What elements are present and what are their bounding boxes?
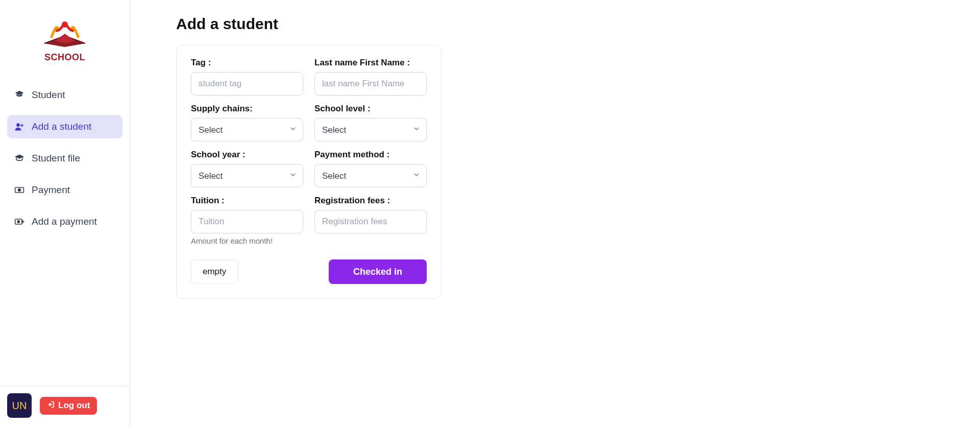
logo-text: SCHOOL (44, 52, 85, 63)
sidebar-item-label: Add a payment (32, 216, 97, 227)
money-plus-icon (14, 217, 24, 227)
supply-label: Supply chains: (191, 104, 303, 114)
tuition-help-text: Amount for each month! (191, 236, 303, 245)
tag-input[interactable] (191, 72, 303, 96)
add-student-form-card: Tag : Last name First Name : Supply chai… (176, 45, 442, 299)
svg-point-7 (17, 221, 19, 223)
logout-button[interactable]: Log out (40, 397, 97, 415)
level-select[interactable]: Select (314, 118, 427, 141)
logout-label: Log out (58, 400, 90, 411)
graduation-cap-icon (14, 153, 24, 163)
sidebar-item-payment[interactable]: Payment (7, 178, 122, 202)
year-select[interactable]: Select (191, 164, 303, 187)
regfees-input[interactable] (314, 210, 427, 233)
field-supply: Supply chains: Select (191, 104, 303, 141)
sidebar-footer: UN Log out (0, 386, 130, 418)
supply-select[interactable]: Select (191, 118, 303, 141)
school-logo-icon (39, 15, 90, 51)
sidebar-item-student-file[interactable]: Student file (7, 147, 122, 170)
regfees-label: Registration fees : (314, 196, 427, 206)
submit-button[interactable]: Checked in (329, 259, 427, 284)
sidebar-item-label: Student file (32, 153, 80, 164)
svg-point-5 (18, 189, 21, 192)
field-year: School year : Select (191, 150, 303, 187)
field-tag: Tag : (191, 58, 303, 96)
sidebar-item-add-student[interactable]: Add a student (7, 115, 122, 138)
main-content: Add a student Tag : Last name First Name… (130, 0, 980, 428)
field-regfees: Registration fees : (314, 196, 427, 245)
sidebar-item-label: Payment (32, 184, 70, 196)
name-label: Last name First Name : (314, 58, 427, 68)
paymethod-label: Payment method : (314, 150, 427, 160)
page-title: Add a student (176, 15, 944, 33)
sidebar-item-add-payment[interactable]: Add a payment (7, 210, 122, 233)
logo: SCHOOL (0, 15, 130, 63)
field-paymethod: Payment method : Select (314, 150, 427, 187)
student-icon (14, 90, 24, 100)
sidebar-nav: Student Add a student Student file (0, 83, 130, 233)
field-level: School level : Select (314, 104, 427, 141)
year-label: School year : (191, 150, 303, 160)
tuition-input[interactable] (191, 210, 303, 233)
field-name: Last name First Name : (314, 58, 427, 96)
name-input[interactable] (314, 72, 427, 96)
avatar[interactable]: UN (7, 393, 32, 418)
empty-button[interactable]: empty (191, 259, 238, 284)
svg-point-3 (16, 123, 20, 127)
form-actions: empty Checked in (191, 259, 427, 284)
paymethod-select[interactable]: Select (314, 164, 427, 187)
sidebar: SCHOOL Student Add a student (0, 0, 130, 428)
tuition-label: Tuition : (191, 196, 303, 206)
sidebar-item-student[interactable]: Student (7, 83, 122, 107)
money-icon (14, 185, 24, 195)
level-label: School level : (314, 104, 427, 114)
tag-label: Tag : (191, 58, 303, 68)
sidebar-item-label: Student (32, 89, 65, 101)
field-tuition: Tuition : Amount for each month! (191, 196, 303, 245)
logout-icon (47, 400, 55, 411)
add-user-icon (14, 122, 24, 132)
sidebar-item-label: Add a student (32, 121, 91, 132)
